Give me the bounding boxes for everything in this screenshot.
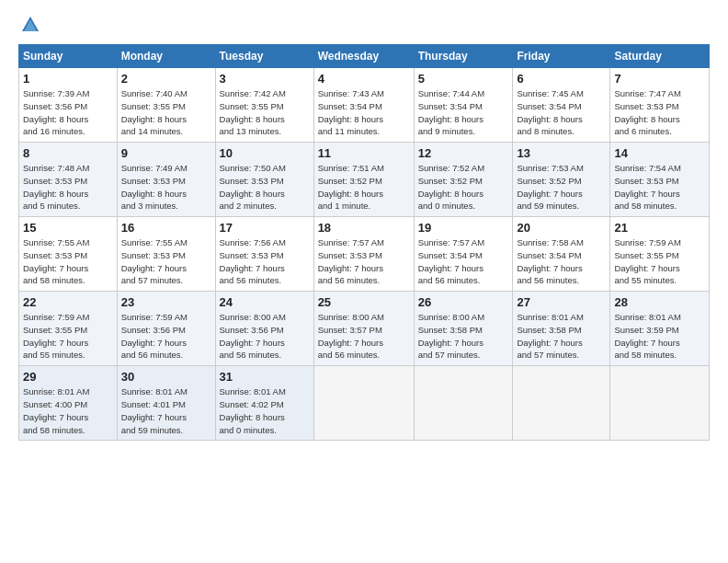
day-info: Sunrise: 7:58 AM Sunset: 3:54 PM Dayligh…: [517, 236, 606, 287]
day-number: 2: [121, 72, 211, 86]
weekday-header: Monday: [117, 45, 215, 68]
day-number: 1: [23, 72, 113, 86]
weekday-header: Sunday: [19, 45, 118, 68]
day-info: Sunrise: 7:50 AM Sunset: 3:53 PM Dayligh…: [220, 162, 310, 213]
day-number: 15: [23, 221, 113, 235]
day-info: Sunrise: 7:44 AM Sunset: 3:54 PM Dayligh…: [418, 87, 509, 138]
calendar-cell: 9Sunrise: 7:49 AM Sunset: 3:53 PM Daylig…: [117, 143, 215, 217]
day-info: Sunrise: 7:59 AM Sunset: 3:56 PM Dayligh…: [121, 311, 211, 362]
day-info: Sunrise: 7:56 AM Sunset: 3:53 PM Dayligh…: [220, 236, 310, 287]
day-info: Sunrise: 7:45 AM Sunset: 3:54 PM Dayligh…: [517, 87, 606, 138]
day-number: 27: [517, 295, 606, 309]
weekday-header: Friday: [513, 45, 610, 68]
day-number: 17: [220, 221, 310, 235]
calendar-cell: 4Sunrise: 7:43 AM Sunset: 3:54 PM Daylig…: [313, 68, 414, 143]
calendar-cell: [610, 366, 710, 441]
day-number: 14: [614, 146, 705, 160]
calendar-cell: 11Sunrise: 7:51 AM Sunset: 3:52 PM Dayli…: [313, 143, 414, 217]
calendar-week-row: 8Sunrise: 7:48 AM Sunset: 3:53 PM Daylig…: [19, 143, 710, 217]
calendar-cell: 13Sunrise: 7:53 AM Sunset: 3:52 PM Dayli…: [513, 143, 610, 217]
calendar-cell: 27Sunrise: 8:01 AM Sunset: 3:58 PM Dayli…: [513, 292, 610, 366]
day-number: 24: [220, 295, 310, 309]
day-info: Sunrise: 7:53 AM Sunset: 3:52 PM Dayligh…: [517, 162, 606, 213]
calendar-cell: 5Sunrise: 7:44 AM Sunset: 3:54 PM Daylig…: [414, 68, 513, 143]
day-info: Sunrise: 8:01 AM Sunset: 4:02 PM Dayligh…: [220, 385, 310, 436]
weekday-header: Saturday: [610, 45, 710, 68]
day-info: Sunrise: 7:48 AM Sunset: 3:53 PM Dayligh…: [23, 162, 113, 213]
calendar-cell: 18Sunrise: 7:57 AM Sunset: 3:53 PM Dayli…: [313, 217, 414, 292]
day-number: 16: [121, 221, 211, 235]
calendar-cell: 2Sunrise: 7:40 AM Sunset: 3:55 PM Daylig…: [117, 68, 215, 143]
day-info: Sunrise: 8:00 AM Sunset: 3:57 PM Dayligh…: [318, 311, 410, 362]
calendar-cell: 22Sunrise: 7:59 AM Sunset: 3:55 PM Dayli…: [19, 292, 118, 366]
day-number: 12: [418, 146, 509, 160]
calendar-cell: [414, 366, 513, 441]
weekday-header: Thursday: [414, 45, 513, 68]
day-number: 31: [220, 370, 310, 384]
day-number: 8: [23, 146, 113, 160]
day-info: Sunrise: 7:59 AM Sunset: 3:55 PM Dayligh…: [23, 311, 113, 362]
day-number: 3: [220, 72, 310, 86]
day-number: 10: [220, 146, 310, 160]
calendar-cell: 24Sunrise: 8:00 AM Sunset: 3:56 PM Dayli…: [215, 292, 313, 366]
calendar-cell: 28Sunrise: 8:01 AM Sunset: 3:59 PM Dayli…: [610, 292, 710, 366]
calendar-cell: 6Sunrise: 7:45 AM Sunset: 3:54 PM Daylig…: [513, 68, 610, 143]
calendar-cell: 23Sunrise: 7:59 AM Sunset: 3:56 PM Dayli…: [117, 292, 215, 366]
calendar-cell: 14Sunrise: 7:54 AM Sunset: 3:53 PM Dayli…: [610, 143, 710, 217]
page: SundayMondayTuesdayWednesdayThursdayFrid…: [0, 0, 728, 563]
calendar-cell: 8Sunrise: 7:48 AM Sunset: 3:53 PM Daylig…: [19, 143, 118, 217]
calendar-cell: [513, 366, 610, 441]
day-number: 25: [318, 295, 410, 309]
day-info: Sunrise: 7:57 AM Sunset: 3:53 PM Dayligh…: [318, 236, 410, 287]
calendar-cell: 12Sunrise: 7:52 AM Sunset: 3:52 PM Dayli…: [414, 143, 513, 217]
calendar-cell: 26Sunrise: 8:00 AM Sunset: 3:58 PM Dayli…: [414, 292, 513, 366]
day-info: Sunrise: 7:57 AM Sunset: 3:54 PM Dayligh…: [418, 236, 509, 287]
day-number: 4: [318, 72, 410, 86]
logo-icon: [20, 15, 40, 35]
day-info: Sunrise: 7:43 AM Sunset: 3:54 PM Dayligh…: [318, 87, 410, 138]
header: [18, 15, 710, 35]
calendar-cell: 1Sunrise: 7:39 AM Sunset: 3:56 PM Daylig…: [19, 68, 118, 143]
logo: [18, 15, 40, 35]
calendar-cell: [313, 366, 414, 441]
calendar-cell: 19Sunrise: 7:57 AM Sunset: 3:54 PM Dayli…: [414, 217, 513, 292]
day-number: 6: [517, 72, 606, 86]
calendar-cell: 30Sunrise: 8:01 AM Sunset: 4:01 PM Dayli…: [117, 366, 215, 441]
calendar-header-row: SundayMondayTuesdayWednesdayThursdayFrid…: [19, 45, 710, 68]
day-info: Sunrise: 7:49 AM Sunset: 3:53 PM Dayligh…: [121, 162, 211, 213]
day-number: 29: [23, 370, 113, 384]
day-info: Sunrise: 8:00 AM Sunset: 3:58 PM Dayligh…: [418, 311, 509, 362]
day-number: 19: [418, 221, 509, 235]
calendar-week-row: 15Sunrise: 7:55 AM Sunset: 3:53 PM Dayli…: [19, 217, 710, 292]
day-info: Sunrise: 8:01 AM Sunset: 3:59 PM Dayligh…: [614, 311, 705, 362]
calendar-table: SundayMondayTuesdayWednesdayThursdayFrid…: [18, 44, 710, 441]
day-number: 7: [614, 72, 705, 86]
calendar-cell: 7Sunrise: 7:47 AM Sunset: 3:53 PM Daylig…: [610, 68, 710, 143]
weekday-header: Wednesday: [313, 45, 414, 68]
day-info: Sunrise: 8:01 AM Sunset: 4:01 PM Dayligh…: [121, 385, 211, 436]
day-number: 9: [121, 146, 211, 160]
day-info: Sunrise: 7:52 AM Sunset: 3:52 PM Dayligh…: [418, 162, 509, 213]
day-number: 18: [318, 221, 410, 235]
calendar-week-row: 29Sunrise: 8:01 AM Sunset: 4:00 PM Dayli…: [19, 366, 710, 441]
day-number: 26: [418, 295, 509, 309]
day-info: Sunrise: 7:51 AM Sunset: 3:52 PM Dayligh…: [318, 162, 410, 213]
day-info: Sunrise: 7:40 AM Sunset: 3:55 PM Dayligh…: [121, 87, 211, 138]
calendar-cell: 21Sunrise: 7:59 AM Sunset: 3:55 PM Dayli…: [610, 217, 710, 292]
calendar-cell: 10Sunrise: 7:50 AM Sunset: 3:53 PM Dayli…: [215, 143, 313, 217]
calendar-cell: 20Sunrise: 7:58 AM Sunset: 3:54 PM Dayli…: [513, 217, 610, 292]
calendar-cell: 15Sunrise: 7:55 AM Sunset: 3:53 PM Dayli…: [19, 217, 118, 292]
day-info: Sunrise: 8:01 AM Sunset: 3:58 PM Dayligh…: [517, 311, 606, 362]
day-info: Sunrise: 7:55 AM Sunset: 3:53 PM Dayligh…: [121, 236, 211, 287]
day-info: Sunrise: 7:55 AM Sunset: 3:53 PM Dayligh…: [23, 236, 113, 287]
day-number: 13: [517, 146, 606, 160]
day-number: 30: [121, 370, 211, 384]
day-info: Sunrise: 7:54 AM Sunset: 3:53 PM Dayligh…: [614, 162, 705, 213]
calendar-cell: 25Sunrise: 8:00 AM Sunset: 3:57 PM Dayli…: [313, 292, 414, 366]
calendar-cell: 29Sunrise: 8:01 AM Sunset: 4:00 PM Dayli…: [19, 366, 118, 441]
day-number: 5: [418, 72, 509, 86]
day-number: 23: [121, 295, 211, 309]
day-number: 22: [23, 295, 113, 309]
calendar-cell: 31Sunrise: 8:01 AM Sunset: 4:02 PM Dayli…: [215, 366, 313, 441]
day-info: Sunrise: 7:59 AM Sunset: 3:55 PM Dayligh…: [614, 236, 705, 287]
